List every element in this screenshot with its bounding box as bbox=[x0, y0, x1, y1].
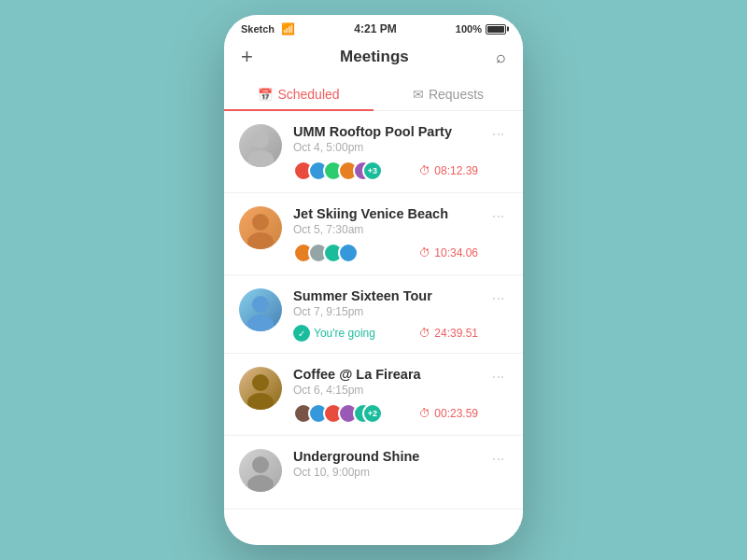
meeting-date: Oct 7, 9:15pm bbox=[293, 305, 478, 318]
meeting-title: Summer Sixteen Tour bbox=[293, 288, 478, 303]
meeting-footer: +3 ⏱ 08:12.39 bbox=[293, 161, 478, 181]
clock-icon: ⏱ bbox=[419, 327, 430, 340]
avatar bbox=[239, 288, 282, 331]
phone-frame: Sketch 📶 4:21 PM 100% + Meetings ⌕ 📅 Sch… bbox=[224, 15, 523, 545]
nav-bar: + Meetings ⌕ bbox=[224, 39, 523, 77]
scheduled-tab-icon: 📅 bbox=[258, 88, 273, 102]
more-button[interactable]: ⋮ bbox=[489, 453, 508, 467]
more-button[interactable]: ⋮ bbox=[489, 292, 508, 306]
status-left: Sketch 📶 bbox=[241, 22, 295, 35]
meeting-content: Coffee @ La Fireara Oct 6, 4:15pm +2 ⏱ 0… bbox=[293, 367, 478, 424]
meeting-item[interactable]: Underground Shine Oct 10, 9:00pm ⋮ bbox=[224, 436, 523, 510]
clock-icon: ⏱ bbox=[419, 407, 430, 420]
status-right: 100% bbox=[456, 23, 506, 35]
meeting-date: Oct 4, 5:00pm bbox=[293, 141, 478, 154]
meeting-title: Underground Shine bbox=[293, 449, 478, 464]
add-button[interactable]: + bbox=[241, 47, 253, 67]
svg-point-0 bbox=[252, 132, 269, 148]
meeting-item[interactable]: Coffee @ La Fireara Oct 6, 4:15pm +2 ⏱ 0… bbox=[224, 354, 523, 436]
timer: ⏱ 08:12.39 bbox=[419, 164, 478, 177]
more-button[interactable]: ⋮ bbox=[489, 210, 508, 224]
meeting-content: Summer Sixteen Tour Oct 7, 9:15pm ✓ You'… bbox=[293, 288, 478, 342]
meeting-avatar-wrap bbox=[239, 449, 282, 492]
avatar-stack bbox=[293, 243, 359, 263]
svg-point-6 bbox=[252, 374, 269, 391]
meeting-date: Oct 10, 9:00pm bbox=[293, 466, 478, 479]
battery-label: 100% bbox=[456, 23, 482, 35]
meeting-title: UMM Rooftop Pool Party bbox=[293, 124, 478, 139]
meeting-item[interactable]: UMM Rooftop Pool Party Oct 4, 5:00pm +3 … bbox=[224, 111, 523, 193]
extra-count: +3 bbox=[362, 161, 383, 181]
meeting-date: Oct 5, 7:30am bbox=[293, 223, 478, 236]
more-button[interactable]: ⋮ bbox=[489, 128, 508, 142]
search-icon[interactable]: ⌕ bbox=[496, 49, 506, 65]
avatar-stack: +3 bbox=[293, 161, 383, 181]
status-bar: Sketch 📶 4:21 PM 100% bbox=[224, 15, 523, 39]
avatar bbox=[239, 206, 282, 249]
meeting-item[interactable]: Summer Sixteen Tour Oct 7, 9:15pm ✓ You'… bbox=[224, 275, 523, 354]
meeting-title: Coffee @ La Fireara bbox=[293, 367, 478, 382]
battery-fill bbox=[487, 26, 504, 33]
battery-icon bbox=[486, 24, 506, 35]
tab-requests[interactable]: ✉ Requests bbox=[374, 77, 523, 111]
meeting-footer: ✓ You're going ⏱ 24:39.51 bbox=[293, 325, 478, 342]
meeting-avatar-wrap bbox=[239, 124, 282, 167]
carrier-label: Sketch bbox=[241, 23, 275, 35]
requests-tab-label: Requests bbox=[429, 87, 484, 102]
meeting-footer: ⏱ 10:34.06 bbox=[293, 243, 478, 263]
svg-point-2 bbox=[252, 214, 269, 231]
stack-avatar bbox=[338, 243, 359, 263]
timer-value: 24:39.51 bbox=[434, 327, 478, 340]
clock-icon: ⏱ bbox=[419, 246, 430, 259]
timer: ⏱ 00:23.59 bbox=[419, 407, 478, 420]
svg-point-1 bbox=[247, 150, 274, 167]
more-button[interactable]: ⋮ bbox=[489, 371, 508, 385]
svg-point-7 bbox=[247, 393, 274, 410]
svg-point-9 bbox=[247, 475, 274, 492]
tab-scheduled[interactable]: 📅 Scheduled bbox=[224, 77, 374, 111]
meetings-list: UMM Rooftop Pool Party Oct 4, 5:00pm +3 … bbox=[224, 111, 523, 545]
meeting-content: UMM Rooftop Pool Party Oct 4, 5:00pm +3 … bbox=[293, 124, 478, 181]
svg-point-5 bbox=[247, 315, 274, 331]
meeting-avatar-wrap bbox=[239, 288, 282, 331]
going-icon: ✓ bbox=[293, 325, 310, 342]
going-badge: ✓ You're going bbox=[293, 325, 375, 342]
meeting-content: Underground Shine Oct 10, 9:00pm bbox=[293, 449, 478, 485]
timer-value: 00:23.59 bbox=[434, 407, 478, 420]
requests-tab-icon: ✉ bbox=[413, 87, 424, 102]
avatar bbox=[239, 449, 282, 492]
meeting-title: Jet Skiing Venice Beach bbox=[293, 206, 478, 221]
timer-value: 10:34.06 bbox=[434, 246, 478, 259]
avatar bbox=[239, 124, 282, 167]
meeting-content: Jet Skiing Venice Beach Oct 5, 7:30am ⏱ … bbox=[293, 206, 478, 263]
clock-icon: ⏱ bbox=[419, 164, 430, 177]
meeting-avatar-wrap bbox=[239, 367, 282, 410]
status-time: 4:21 PM bbox=[354, 22, 396, 35]
avatar bbox=[239, 367, 282, 410]
extra-count: +2 bbox=[362, 403, 383, 424]
meeting-item[interactable]: Jet Skiing Venice Beach Oct 5, 7:30am ⏱ … bbox=[224, 193, 523, 275]
avatar-stack: +2 bbox=[293, 403, 383, 424]
timer: ⏱ 10:34.06 bbox=[419, 246, 478, 259]
meeting-date: Oct 6, 4:15pm bbox=[293, 384, 478, 397]
svg-point-4 bbox=[252, 296, 269, 313]
page-title: Meetings bbox=[340, 48, 409, 66]
going-label: You're going bbox=[314, 327, 375, 340]
meeting-footer: +2 ⏱ 00:23.59 bbox=[293, 403, 478, 424]
timer-value: 08:12.39 bbox=[434, 164, 478, 177]
meeting-avatar-wrap bbox=[239, 206, 282, 249]
scheduled-tab-label: Scheduled bbox=[277, 87, 339, 102]
timer: ⏱ 24:39.51 bbox=[419, 327, 478, 340]
svg-point-8 bbox=[252, 456, 269, 473]
tab-bar: 📅 Scheduled ✉ Requests bbox=[224, 77, 523, 111]
svg-point-3 bbox=[247, 232, 274, 249]
wifi-icon: 📶 bbox=[281, 22, 295, 35]
